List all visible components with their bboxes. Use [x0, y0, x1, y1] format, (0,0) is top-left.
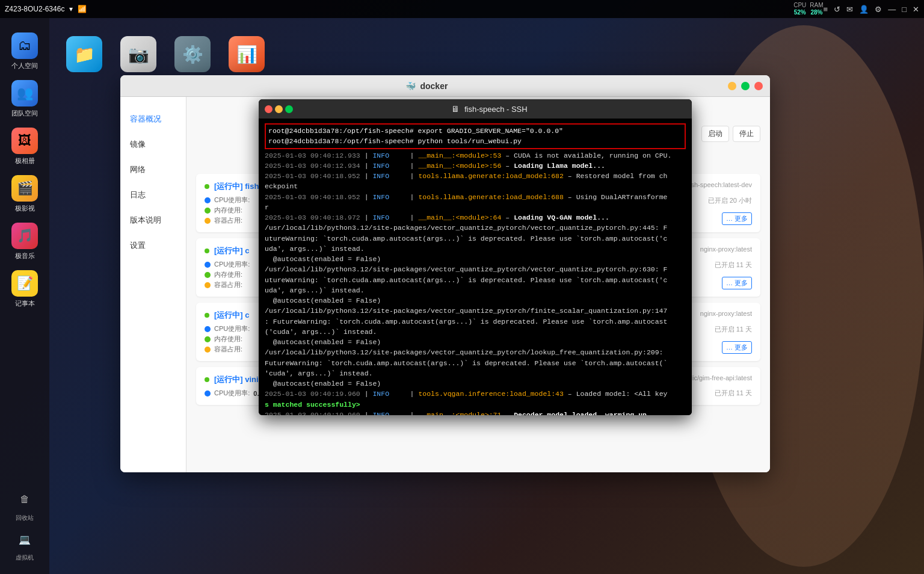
container-tag-2: nginx-proxy:latest	[700, 245, 752, 253]
desktop: Z423-8OU2-6346c ▾ 📶 CPU 52% RAM 28% ≡ ↺ …	[0, 0, 924, 574]
ram-widget: RAM 28%	[810, 2, 823, 16]
more-btn-1[interactable]: … 更多	[722, 212, 752, 225]
ssh-terminal[interactable]: root@24dcbb1d3a78:/opt/fish-speech# expo…	[259, 119, 692, 415]
term-line-2: root@24dcbb1d3a78:/opt/fish-speech# pyth…	[268, 136, 682, 146]
container-time-3: 已开启 11 天	[715, 325, 752, 334]
ram-label: RAM	[810, 2, 823, 9]
sidebar: 🗂 个人空间 👥 团队空间 🖼 极相册 🎬 极影视 🎵 极音乐 📝 记事本 🗑 …	[0, 18, 49, 574]
sidebar-label-personal: 个人空间	[11, 61, 38, 70]
sidebar-item-music[interactable]: 🎵 极音乐	[4, 220, 46, 263]
music-icon: 🎵	[11, 223, 38, 249]
term-line-14c: 'cuda', args...)` instead.	[265, 368, 686, 378]
sidebar-item-photos[interactable]: 🖼 极相册	[4, 125, 46, 168]
sidebar-item-video[interactable]: 🎬 极影视	[4, 173, 46, 215]
camera-icon: 📷	[120, 36, 156, 72]
container-right-3: nginx-proxy:latest 已开启 11 天 … 更多	[692, 310, 752, 354]
disk-stat-label-1: 容器占用:	[214, 216, 242, 225]
disk-stat-label-2: 容器占用:	[214, 280, 242, 289]
ssh-min-btn[interactable]	[275, 105, 283, 113]
sidebar-label-photos: 极相册	[15, 156, 35, 165]
status-dot-2	[205, 248, 209, 253]
term-line-9: @autocast(enabled = False)	[265, 254, 686, 264]
desktop-icon-folder[interactable]: 📁	[66, 36, 102, 72]
term-line-5b: eckpoint	[265, 181, 686, 191]
desktop-icon-camera[interactable]: 📷	[120, 36, 156, 72]
sidebar-item-team[interactable]: 👥 团队空间	[4, 78, 46, 120]
docker-window-controls	[725, 82, 763, 90]
mem-stat-label-3: 内存使用:	[214, 335, 242, 344]
disk-dot-1	[205, 218, 211, 224]
term-line-4: 2025-01-03 09:40:12.934 | INFO | __main_…	[265, 161, 686, 171]
desktop-icon-settings[interactable]: ⚙️	[174, 36, 211, 72]
vm-label: 虚拟机	[16, 554, 34, 562]
ssh-titlebar: 🖥 fish-speech - SSH	[259, 99, 692, 119]
disk-dot-3	[205, 347, 211, 353]
docker-title: 🐳 docker	[128, 81, 725, 91]
docker-nav-settings[interactable]: 设置	[120, 233, 186, 258]
disk-dot-2	[205, 282, 211, 288]
sidebar-item-notes[interactable]: 📝 记事本	[4, 268, 46, 310]
sidebar-label-music: 极音乐	[15, 252, 35, 261]
ssh-max-btn[interactable]	[285, 105, 293, 113]
term-highlighted-block: root@24dcbb1d3a78:/opt/fish-speech# expo…	[265, 123, 686, 149]
term-line-8: /usr/local/lib/python3.12/site-packages/…	[265, 223, 686, 233]
chart-icon: 📊	[229, 36, 265, 72]
cpu-stat-label-1: CPU使用率:	[214, 196, 250, 205]
topbar-right: ≡ ↺ ✉ 👤 ⚙ — □ ✕	[824, 5, 919, 14]
mem-stat-label-1: 内存使用:	[214, 206, 242, 215]
term-line-12b: : FutureWarning: `torch.cuda.amp.autocas…	[265, 316, 686, 327]
docker-nav-network[interactable]: 网络	[120, 157, 186, 182]
term-line-14b: FutureWarning: `torch.cuda.amp.autocast(…	[265, 358, 686, 368]
ssh-window: 🖥 fish-speech - SSH root@24dcbb1d3a78:/o…	[259, 99, 692, 415]
cpu-dot-2	[205, 262, 211, 268]
cpu-dot-3	[205, 326, 211, 332]
window-minimize-btn[interactable]	[728, 82, 736, 90]
ram-value: 28%	[810, 9, 822, 16]
sidebar-item-personal[interactable]: 🗂 个人空间	[4, 30, 46, 73]
mail-icon[interactable]: ✉	[846, 5, 853, 14]
history-icon[interactable]: ↺	[834, 5, 840, 14]
topbar: Z423-8OU2-6346c ▾ 📶 CPU 52% RAM 28% ≡ ↺ …	[0, 0, 924, 18]
cpu-ram-widget: CPU 52% RAM 28%	[793, 2, 823, 16]
wifi-icon: 📶	[78, 5, 87, 13]
mem-dot-2	[205, 272, 211, 278]
user-icon[interactable]: 👤	[859, 5, 869, 14]
term-line-13: @autocast(enabled = False)	[265, 337, 686, 347]
docker-nav-version[interactable]: 版本说明	[120, 208, 186, 233]
team-icon: 👥	[11, 80, 38, 106]
stop-btn[interactable]: 停止	[733, 126, 760, 142]
docker-nav-images[interactable]: 镜像	[120, 132, 186, 157]
cpu-label: CPU	[793, 2, 806, 9]
container-right-2: nginx-proxy:latest 已开启 11 天 … 更多	[692, 245, 752, 289]
window-maximize-btn[interactable]	[741, 82, 750, 90]
close-icon[interactable]: ✕	[913, 5, 919, 14]
sidebar-item-recycle[interactable]: 🗑 回收站	[13, 487, 37, 522]
sidebar-item-vm[interactable]: 💻 虚拟机	[13, 527, 37, 562]
container-tag-1: fish-speech:latest-dev	[688, 181, 752, 188]
settings-icon[interactable]: ⚙	[875, 5, 882, 14]
container-time-4: 已开启 11 天	[715, 389, 752, 398]
more-btn-3[interactable]: … 更多	[722, 341, 752, 354]
maximize-icon[interactable]: □	[902, 5, 907, 14]
ssh-close-btn[interactable]	[265, 105, 273, 113]
term-line-15: @autocast(enabled = False)	[265, 378, 686, 389]
start-btn[interactable]: 启动	[701, 126, 729, 142]
cpu-value: 52%	[794, 9, 806, 16]
term-line-14: /usr/local/lib/python3.12/site-packages/…	[265, 347, 686, 357]
vm-icon: 💻	[13, 527, 37, 551]
container-actions: 启动 停止	[701, 126, 760, 142]
docker-nav-containers[interactable]: 容器概况	[120, 106, 186, 132]
minimize-icon[interactable]: —	[888, 5, 896, 14]
cpu-dot-1	[205, 197, 211, 203]
recycle-icon: 🗑	[13, 487, 37, 511]
docker-title-icon: 🐳	[405, 81, 416, 91]
recycle-label: 回收站	[16, 514, 34, 522]
window-close-btn[interactable]	[754, 82, 763, 90]
cpu-stat-label-2: CPU使用率:	[214, 260, 250, 269]
topbar-dropdown[interactable]: ▾	[69, 5, 73, 13]
desktop-icon-chart[interactable]: 📊	[229, 36, 265, 72]
docker-nav-logs[interactable]: 日志	[120, 182, 186, 208]
more-btn-2[interactable]: … 更多	[722, 277, 752, 289]
term-line-8b: utureWarning: `torch.cuda.amp.autocast(a…	[265, 233, 686, 244]
bars-icon[interactable]: ≡	[824, 5, 828, 14]
